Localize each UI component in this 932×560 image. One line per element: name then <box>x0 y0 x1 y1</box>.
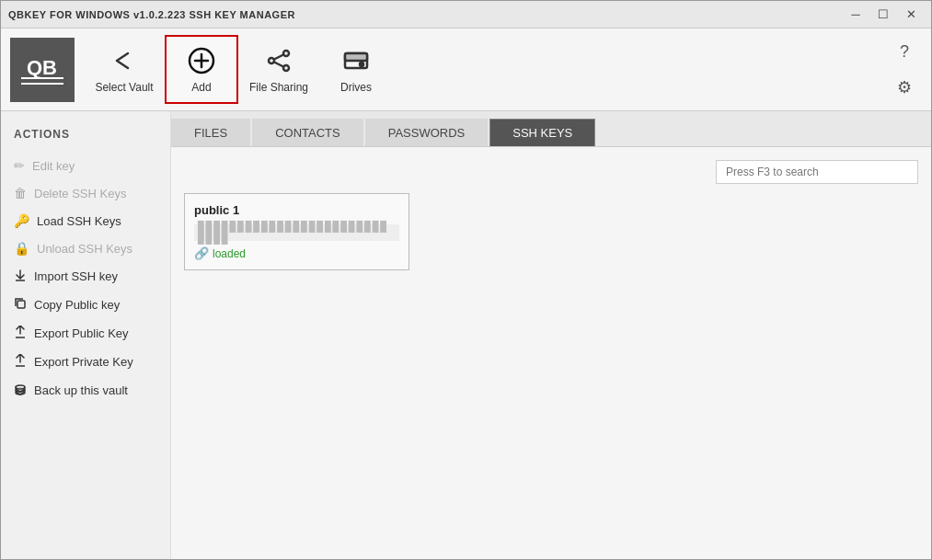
tab-body-ssh-keys: public 1 ████████████████████████████ 🔗 … <box>171 147 931 560</box>
edit-icon: ✏ <box>14 158 25 173</box>
key-status-label: loaded <box>213 247 246 260</box>
svg-point-9 <box>283 65 289 71</box>
svg-rect-16 <box>17 301 25 308</box>
import-icon <box>14 269 27 284</box>
select-vault-button[interactable]: Select Vault <box>87 35 161 104</box>
edit-key-label: Edit key <box>32 159 75 173</box>
search-input[interactable] <box>716 160 918 184</box>
lock-icon: 🔒 <box>14 241 29 256</box>
help-button[interactable]: ? <box>891 39 918 66</box>
svg-text:QB: QB <box>27 56 57 79</box>
add-button[interactable]: Add <box>165 35 238 104</box>
delete-icon: 🗑 <box>14 186 27 200</box>
toolbar: QB Select Vault Add File Sharing <box>1 29 931 111</box>
delete-ssh-keys-label: Delete SSH Keys <box>34 187 126 200</box>
maximize-button[interactable]: ☐ <box>870 5 896 25</box>
sidebar-item-copy-public-key[interactable]: Copy Public key <box>1 291 170 319</box>
tab-contacts[interactable]: CONTACTS <box>252 119 363 146</box>
sidebar: ACTIONS ✏ Edit key 🗑 Delete SSH Keys 🔑 L… <box>1 111 171 560</box>
svg-line-10 <box>274 54 283 59</box>
sidebar-item-export-public-key[interactable]: Export Public Key <box>1 319 170 348</box>
file-sharing-label: File Sharing <box>249 81 308 94</box>
copy-icon <box>14 297 27 313</box>
close-button[interactable]: ✕ <box>898 5 924 25</box>
key-preview: ████████████████████████████ <box>194 224 399 241</box>
backup-icon <box>14 383 27 398</box>
sidebar-item-load-ssh-keys[interactable]: 🔑 Load SSH Keys <box>1 207 170 234</box>
sidebar-item-unload-ssh-keys: 🔒 Unload SSH Keys <box>1 234 170 262</box>
sidebar-item-export-private-key[interactable]: Export Private Key <box>1 348 170 376</box>
export-public-key-label: Export Public Key <box>34 326 129 340</box>
search-bar <box>716 160 918 184</box>
tab-passwords[interactable]: PASSWORDS <box>365 119 489 146</box>
main-layout: ACTIONS ✏ Edit key 🗑 Delete SSH Keys 🔑 L… <box>1 111 931 560</box>
file-sharing-button[interactable]: File Sharing <box>242 35 316 104</box>
drives-button[interactable]: Drives <box>319 35 393 104</box>
title-bar: QBKEY FOR WINDOWS v1.0.2.223 SSH KEY MAN… <box>1 1 931 29</box>
tab-ssh-keys[interactable]: SSH KEYS <box>489 119 595 146</box>
minimize-button[interactable]: ─ <box>843 5 869 25</box>
key-status: 🔗 loaded <box>194 246 399 260</box>
svg-point-7 <box>283 51 289 56</box>
svg-rect-13 <box>345 53 367 61</box>
window-controls: ─ ☐ ✕ <box>843 5 924 25</box>
toolbar-right-icons: ? ⚙ <box>891 39 922 101</box>
tab-files[interactable]: FILES <box>171 119 250 146</box>
load-ssh-keys-label: Load SSH Keys <box>37 214 121 228</box>
settings-button[interactable]: ⚙ <box>891 74 918 101</box>
svg-point-8 <box>269 58 274 63</box>
export-private-key-label: Export Private Key <box>34 355 133 369</box>
key-icon: 🔑 <box>14 213 29 228</box>
svg-line-11 <box>274 62 283 66</box>
ssh-key-card[interactable]: public 1 ████████████████████████████ 🔗 … <box>184 193 409 270</box>
back-up-vault-label: Back up this vault <box>34 383 128 397</box>
copy-public-key-label: Copy Public key <box>34 298 120 312</box>
sidebar-title: ACTIONS <box>1 120 170 152</box>
drives-label: Drives <box>340 81 372 94</box>
add-label: Add <box>191 81 211 94</box>
app-logo: QB <box>10 38 75 102</box>
unload-ssh-keys-label: Unload SSH Keys <box>37 242 132 256</box>
export-public-icon <box>14 326 27 341</box>
loaded-icon: 🔗 <box>194 246 209 260</box>
sidebar-item-edit-key: ✏ Edit key <box>1 152 170 179</box>
sidebar-item-delete-ssh-keys: 🗑 Delete SSH Keys <box>1 179 170 207</box>
app-title: QBKEY FOR WINDOWS v1.0.2.223 SSH KEY MAN… <box>8 9 295 20</box>
import-ssh-key-label: Import SSH key <box>34 269 118 283</box>
svg-point-14 <box>360 63 363 66</box>
sidebar-item-import-ssh-key[interactable]: Import SSH key <box>1 262 170 291</box>
sidebar-item-back-up-vault[interactable]: Back up this vault <box>1 376 170 405</box>
content-area: FILES CONTACTS PASSWORDS SSH KEYS public… <box>171 111 931 560</box>
tabs-bar: FILES CONTACTS PASSWORDS SSH KEYS <box>171 111 931 147</box>
logo-icon: QB <box>19 43 65 96</box>
key-card-title: public 1 <box>194 203 399 217</box>
select-vault-label: Select Vault <box>95 81 153 94</box>
export-private-icon <box>14 354 27 370</box>
